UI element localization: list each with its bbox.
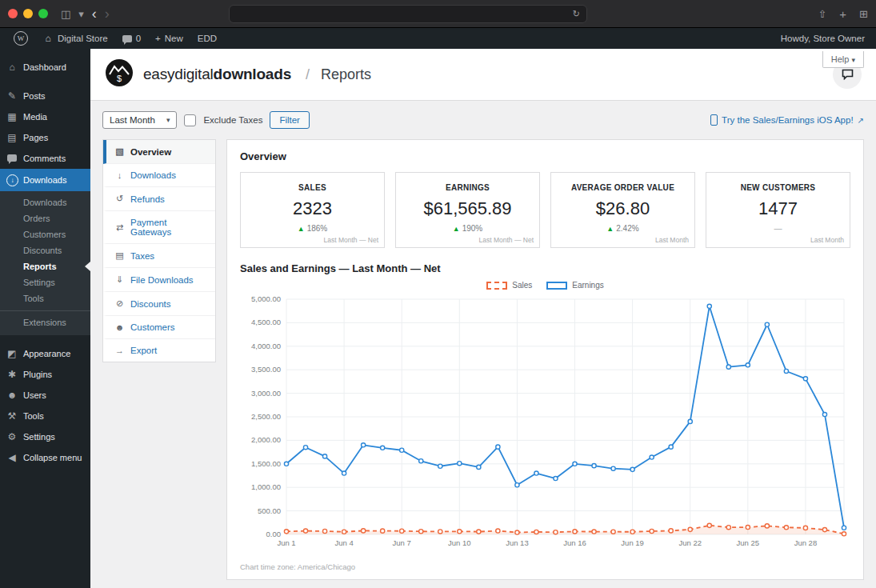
sales-point[interactable] — [554, 530, 558, 534]
filter-button[interactable]: Filter — [270, 111, 310, 129]
legend-item-sales[interactable]: Sales — [486, 281, 532, 290]
sales-point[interactable] — [842, 532, 846, 536]
earnings-point[interactable] — [419, 459, 423, 463]
earnings-point[interactable] — [534, 471, 538, 475]
tab-overview-icon[interactable]: ⊞ — [859, 9, 868, 19]
earnings-point[interactable] — [515, 483, 519, 487]
sidebar-toggle-icon[interactable]: ◫ — [61, 9, 70, 19]
sales-point[interactable] — [707, 523, 711, 527]
share-icon[interactable]: ⇧ — [818, 9, 826, 19]
sales-point[interactable] — [630, 530, 634, 534]
sales-point[interactable] — [477, 530, 481, 534]
sales-point[interactable] — [746, 525, 750, 529]
sales-point[interactable] — [438, 530, 442, 534]
earnings-point[interactable] — [438, 464, 442, 468]
earnings-point[interactable] — [842, 526, 846, 530]
comments-menu[interactable]: 0 — [115, 28, 148, 49]
sales-point[interactable] — [400, 529, 404, 533]
submenu-item-tools[interactable]: Tools — [0, 290, 90, 306]
sales-point[interactable] — [534, 530, 538, 534]
submenu-item-customers[interactable]: Customers — [0, 226, 90, 242]
sidebar-item-tools[interactable]: ⚒ Tools — [0, 406, 90, 426]
new-content-menu[interactable]: + New — [148, 28, 190, 49]
tab-taxes[interactable]: ▤ Taxes — [103, 244, 215, 268]
sales-point[interactable] — [458, 530, 462, 534]
tab-downloads[interactable]: ↓ Downloads — [103, 164, 215, 187]
sales-point[interactable] — [803, 526, 807, 530]
sidebar-item-appearance[interactable]: ◩ Appearance — [0, 343, 90, 364]
sales-point[interactable] — [650, 529, 654, 533]
sales-point[interactable] — [573, 530, 577, 534]
sidebar-item-pages[interactable]: ▤ Pages — [0, 127, 90, 148]
sales-point[interactable] — [381, 529, 385, 533]
forward-button[interactable]: › — [105, 6, 110, 21]
tab-discounts[interactable]: ⊘ Discounts — [103, 292, 215, 316]
sales-point[interactable] — [496, 529, 500, 533]
tab-refunds[interactable]: ↺ Refunds — [103, 187, 215, 211]
earnings-point[interactable] — [688, 419, 692, 423]
sales-point[interactable] — [688, 527, 692, 531]
ios-app-link[interactable]: Try the Sales/Earnings iOS App! ↗ — [710, 114, 864, 126]
earnings-point[interactable] — [362, 443, 366, 447]
earnings-point[interactable] — [400, 448, 404, 452]
earnings-point[interactable] — [303, 446, 307, 450]
sales-point[interactable] — [342, 530, 346, 534]
sidebar-item-users[interactable]: ☻ Users — [0, 385, 90, 406]
sales-point[interactable] — [362, 529, 366, 533]
earnings-point[interactable] — [381, 446, 385, 450]
earnings-point[interactable] — [342, 471, 346, 475]
sidebar-item-media[interactable]: ▦ Media — [0, 106, 90, 127]
sidebar-item-settings[interactable]: ⚙ Settings — [0, 426, 90, 447]
close-window-button[interactable] — [8, 9, 18, 18]
earnings-point[interactable] — [822, 412, 826, 416]
tab-file-downloads[interactable]: ⇓ File Downloads — [103, 268, 215, 292]
earnings-point[interactable] — [496, 445, 500, 449]
sales-point[interactable] — [515, 530, 519, 534]
exclude-taxes-checkbox[interactable] — [184, 114, 196, 126]
edd-menu[interactable]: EDD — [190, 28, 224, 49]
sales-point[interactable] — [611, 530, 615, 534]
earnings-point[interactable] — [477, 465, 481, 469]
tab-customers[interactable]: ☻ Customers — [103, 316, 215, 339]
sidebar-item-downloads[interactable]: ↓ Downloads — [0, 169, 90, 191]
earnings-point[interactable] — [803, 377, 807, 381]
sidebar-item-collapse-menu[interactable]: ◀ Collapse menu — [0, 447, 90, 468]
earnings-point[interactable] — [284, 462, 288, 466]
sales-point[interactable] — [784, 526, 788, 530]
tab-payment-gateways[interactable]: ⇄ Payment Gateways — [103, 211, 215, 244]
chevron-down-icon[interactable]: ▾ — [78, 9, 84, 19]
sales-point[interactable] — [322, 529, 326, 533]
site-name-menu[interactable]: ⌂ Digital Store — [35, 28, 115, 49]
sales-point[interactable] — [765, 524, 769, 528]
earnings-point[interactable] — [611, 466, 615, 470]
sales-point[interactable] — [284, 530, 288, 534]
sales-point[interactable] — [303, 529, 307, 533]
sidebar-item-plugins[interactable]: ✱ Plugins — [0, 364, 90, 385]
earnings-point[interactable] — [592, 464, 596, 468]
earnings-point[interactable] — [458, 462, 462, 466]
submenu-item-discounts[interactable]: Discounts — [0, 242, 90, 258]
sales-point[interactable] — [419, 530, 423, 534]
sidebar-item-comments[interactable]: Comments — [0, 148, 90, 169]
wp-logo-menu[interactable]: W — [6, 28, 35, 49]
earnings-point[interactable] — [784, 369, 788, 373]
period-select[interactable]: Last Month ▾ — [102, 111, 177, 129]
sales-point[interactable] — [592, 530, 596, 534]
submenu-item-settings[interactable]: Settings — [0, 274, 90, 290]
help-button[interactable]: Help ▾ — [822, 51, 864, 68]
submenu-item-extensions[interactable]: Extensions — [0, 314, 90, 330]
minimize-window-button[interactable] — [23, 9, 33, 18]
legend-item-earnings[interactable]: Earnings — [546, 281, 603, 290]
submenu-item-orders[interactable]: Orders — [0, 210, 90, 226]
earnings-point[interactable] — [554, 476, 558, 480]
submenu-item-reports[interactable]: Reports — [0, 258, 90, 274]
earnings-point[interactable] — [650, 455, 654, 459]
earnings-point[interactable] — [573, 462, 577, 466]
earnings-point[interactable] — [630, 467, 634, 471]
reload-icon[interactable]: ↻ — [573, 9, 580, 19]
sidebar-item-posts[interactable]: ✎ Posts — [0, 86, 90, 106]
earnings-point[interactable] — [707, 304, 711, 308]
sales-point[interactable] — [822, 528, 826, 532]
earnings-point[interactable] — [726, 365, 730, 369]
sidebar-item-dashboard[interactable]: ⌂ Dashboard — [0, 57, 90, 78]
